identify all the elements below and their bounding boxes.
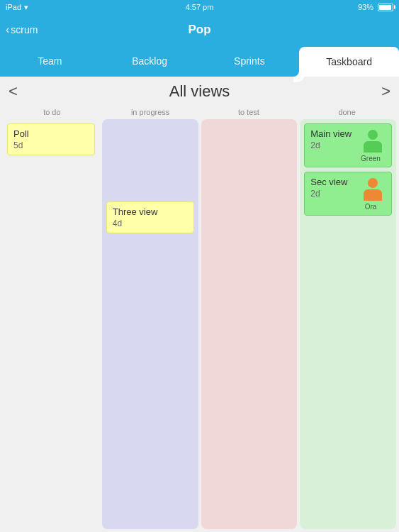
status-bar: iPad ▾ 4:57 pm 93% (0, 0, 399, 14)
column-done: Main view 2d Green Sec view (300, 119, 396, 529)
card-mainview-assignee: Green (361, 155, 381, 162)
page-title: Pop (188, 23, 210, 37)
views-header: < All views > (0, 77, 399, 106)
tab-team[interactable]: Team (0, 45, 100, 77)
card-secview-title: Sec view (310, 177, 356, 187)
card-secview-duration: 2d (310, 189, 356, 199)
battery-icon (378, 4, 393, 11)
card-mainview-info: Main view 2d (310, 128, 356, 150)
card-poll-title: Poll (13, 128, 89, 139)
card-secview-info: Sec view 2d (310, 177, 356, 199)
card-poll[interactable]: Poll 5d (7, 123, 95, 155)
device-label: iPad (6, 3, 21, 11)
tab-taskboard[interactable]: Taskboard (299, 47, 399, 77)
col-header-done: done (298, 106, 396, 119)
column-inprogress: Three view 4d (102, 119, 198, 529)
kanban-board: to do in progress to test done Poll 5d T… (0, 106, 399, 532)
main-content: < All views > to do in progress to test … (0, 77, 399, 532)
back-button[interactable]: ‹ scrum (6, 23, 38, 36)
card-mainview[interactable]: Main view 2d Green (304, 123, 392, 167)
col-header-totest: to test (200, 106, 298, 119)
column-totest (201, 119, 298, 529)
card-poll-duration: 5d (13, 140, 89, 150)
tab-sprints[interactable]: Sprints (200, 45, 300, 77)
card-secview-avatar (360, 177, 386, 202)
card-mainview-title: Main view (310, 128, 356, 139)
column-todo: Poll 5d (3, 119, 99, 529)
nav-bar: ‹ scrum Pop (0, 14, 399, 45)
card-threeview-duration: 4d (113, 218, 188, 228)
card-mainview-duration: 2d (310, 140, 356, 150)
views-title: All views (169, 82, 230, 101)
col-header-inprogress: in progress (101, 106, 200, 119)
card-secview[interactable]: Sec view 2d Ora (304, 172, 392, 216)
col-header-todo: to do (3, 106, 101, 119)
back-chevron-icon: ‹ (6, 23, 9, 36)
card-threeview[interactable]: Three view 4d (106, 201, 194, 233)
card-threeview-title: Three view (113, 206, 188, 217)
status-time: 4:57 pm (186, 3, 214, 11)
next-view-button[interactable]: > (381, 82, 390, 101)
prev-view-button[interactable]: < (9, 82, 18, 101)
back-label: scrum (11, 24, 38, 35)
wifi-icon: ▾ (24, 3, 28, 12)
battery-percent: 93% (358, 3, 373, 11)
columns-area: Poll 5d Three view 4d Main view (0, 119, 399, 532)
card-secview-assignee: Ora (365, 203, 377, 211)
card-mainview-avatar (360, 128, 386, 154)
tab-backlog[interactable]: Backlog (100, 45, 200, 77)
tab-bar: Team Backlog Sprints Taskboard (0, 45, 399, 77)
column-headers: to do in progress to test done (0, 106, 399, 119)
